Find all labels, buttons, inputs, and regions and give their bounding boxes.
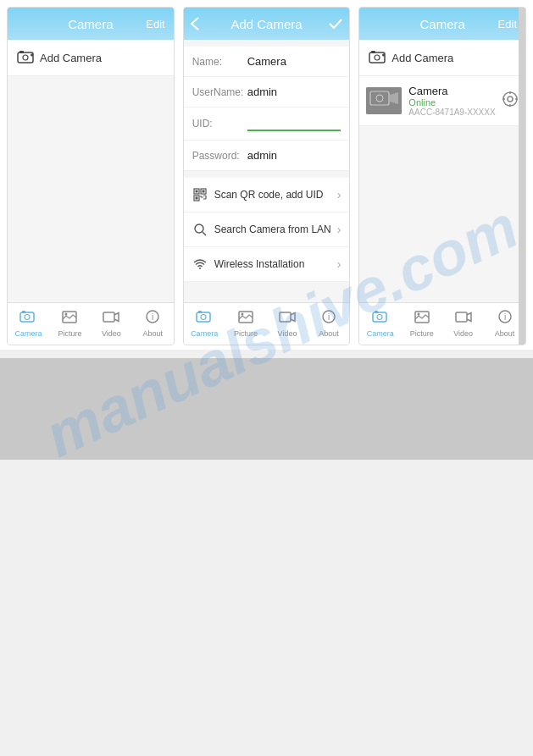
svg-rect-0 bbox=[18, 52, 33, 63]
screen1-nav-picture-label: Picture bbox=[58, 329, 81, 338]
username-label: UserName: bbox=[192, 86, 247, 98]
svg-point-9 bbox=[65, 313, 68, 316]
screen3-nav-camera-label: Camera bbox=[367, 329, 394, 338]
svg-rect-28 bbox=[197, 312, 210, 322]
s3-camera-nav-icon bbox=[372, 310, 389, 328]
svg-point-1 bbox=[23, 55, 28, 60]
svg-rect-56 bbox=[456, 312, 467, 322]
screen3-bottom-nav: Camera Picture Video i About bbox=[359, 302, 525, 345]
scan-qr-button[interactable]: Scan QR code, add UID › bbox=[184, 178, 350, 212]
qr-icon bbox=[192, 187, 208, 202]
s2-picture-nav-icon bbox=[238, 310, 253, 328]
screen1-title: Camera bbox=[68, 17, 113, 31]
screen3-nav-camera[interactable]: Camera bbox=[359, 303, 401, 345]
screen1-add-camera-row[interactable]: Add Camera bbox=[8, 40, 174, 76]
wifi-icon bbox=[192, 257, 208, 272]
action-section: Scan QR code, add UID › Search Camera fr… bbox=[184, 178, 350, 282]
svg-point-6 bbox=[25, 315, 30, 320]
username-value[interactable]: admin bbox=[247, 86, 341, 98]
screen3-nav-video-label: Video bbox=[453, 329, 473, 338]
form-row-name: Name: Camera bbox=[184, 47, 350, 77]
svg-rect-53 bbox=[375, 311, 378, 313]
svg-rect-10 bbox=[103, 312, 114, 322]
screen1-nav-video-label: Video bbox=[102, 329, 121, 338]
screen2-nav-about[interactable]: i About bbox=[308, 303, 349, 345]
screen3-add-camera-icon bbox=[368, 48, 386, 67]
screen3-body: Add Camera Camera Online AACC-8471A9-XXX… bbox=[359, 40, 525, 302]
screen1-edit-button[interactable]: Edit bbox=[146, 18, 164, 30]
svg-text:i: i bbox=[503, 312, 505, 322]
screen3-edit-button[interactable]: Edit bbox=[498, 18, 517, 30]
screen2-nav-camera[interactable]: Camera bbox=[184, 303, 225, 345]
s3-picture-nav-icon bbox=[414, 310, 430, 328]
svg-rect-14 bbox=[195, 190, 197, 193]
screen1-nav-picture[interactable]: Picture bbox=[49, 303, 91, 345]
screen1-nav-video[interactable]: Video bbox=[91, 303, 132, 345]
svg-rect-7 bbox=[22, 311, 25, 313]
screen2-body: Name: Camera UserName: admin UID: Passwo… bbox=[184, 40, 350, 302]
svg-point-45 bbox=[503, 92, 517, 106]
uid-label: UID: bbox=[192, 118, 247, 130]
scan-qr-label: Scan QR code, add UID bbox=[214, 189, 337, 201]
svg-line-26 bbox=[203, 232, 206, 235]
svg-point-32 bbox=[242, 313, 244, 316]
form-row-username: UserName: admin bbox=[184, 77, 350, 108]
name-label: Name: bbox=[192, 56, 247, 68]
screen1-add-camera-label: Add Camera bbox=[40, 52, 102, 64]
camera-status: Online bbox=[408, 97, 497, 108]
screen3-nav-video[interactable]: Video bbox=[442, 303, 484, 345]
screen2-header: Add Camera bbox=[184, 8, 350, 40]
svg-rect-18 bbox=[195, 197, 197, 200]
camera-info: Camera Online AACC-8471A9-XXXXX bbox=[408, 85, 497, 117]
screen3-nav-about-label: About bbox=[495, 329, 515, 338]
s3-about-nav-icon: i bbox=[498, 310, 512, 328]
screen2-nav-video[interactable]: Video bbox=[267, 303, 308, 345]
video-nav-icon bbox=[103, 310, 119, 328]
camera-settings-button[interactable] bbox=[502, 91, 519, 112]
search-camera-label: Search Camera from LAN bbox=[214, 223, 337, 235]
svg-point-55 bbox=[417, 313, 419, 316]
svg-rect-2 bbox=[19, 51, 24, 53]
form-row-uid: UID: bbox=[184, 108, 350, 141]
s2-video-nav-icon bbox=[279, 310, 296, 328]
screen1-header: Camera Edit bbox=[8, 8, 174, 40]
screen1-nav-camera[interactable]: Camera bbox=[8, 303, 49, 345]
camera-device-name: Camera bbox=[408, 85, 497, 97]
screen2-nav-picture-label: Picture bbox=[234, 329, 258, 338]
svg-rect-51 bbox=[373, 312, 386, 322]
screen1-nav-about-label: About bbox=[142, 329, 163, 338]
wireless-install-label: Wireless Installation bbox=[214, 258, 337, 270]
screen2-confirm-button[interactable] bbox=[329, 15, 342, 33]
s2-camera-nav-icon bbox=[196, 310, 213, 328]
screen2-back-button[interactable] bbox=[191, 17, 199, 30]
svg-point-29 bbox=[201, 315, 206, 320]
svg-text:i: i bbox=[152, 312, 153, 322]
search-camera-button[interactable]: Search Camera from LAN › bbox=[184, 212, 350, 247]
screen1-nav-camera-label: Camera bbox=[14, 329, 42, 338]
camera-list-item[interactable]: Camera Online AACC-8471A9-XXXXX bbox=[359, 76, 525, 126]
password-label: Password: bbox=[192, 150, 247, 162]
uid-value[interactable] bbox=[247, 116, 341, 131]
screen2-title: Add Camera bbox=[230, 17, 302, 31]
scrollbar[interactable] bbox=[519, 8, 525, 345]
camera-nav-icon bbox=[19, 310, 36, 328]
screen3-add-camera-row[interactable]: Add Camera bbox=[359, 40, 525, 76]
name-value[interactable]: Camera bbox=[247, 55, 341, 68]
screen2-bottom-nav: Camera Picture Video i About bbox=[184, 302, 350, 345]
svg-point-52 bbox=[377, 315, 382, 320]
camera-thumbnail bbox=[366, 87, 402, 114]
screen3-header: Camera Edit bbox=[359, 8, 525, 40]
camera-uid: AACC-8471A9-XXXXX bbox=[408, 108, 497, 117]
search-camera-arrow: › bbox=[337, 223, 341, 236]
screen2-nav-camera-label: Camera bbox=[191, 329, 218, 338]
svg-rect-30 bbox=[198, 311, 202, 313]
screen1-nav-about[interactable]: i About bbox=[132, 303, 174, 345]
wireless-install-button[interactable]: Wireless Installation › bbox=[184, 247, 350, 282]
screen2: Add Camera Name: Camera UserName: admin bbox=[183, 7, 351, 345]
password-value[interactable]: admin bbox=[247, 149, 341, 162]
search-icon bbox=[192, 222, 208, 237]
svg-rect-5 bbox=[20, 312, 34, 322]
screen3-add-camera-label: Add Camera bbox=[391, 52, 453, 64]
screen3-nav-picture[interactable]: Picture bbox=[401, 303, 442, 345]
screen2-nav-picture[interactable]: Picture bbox=[225, 303, 267, 345]
